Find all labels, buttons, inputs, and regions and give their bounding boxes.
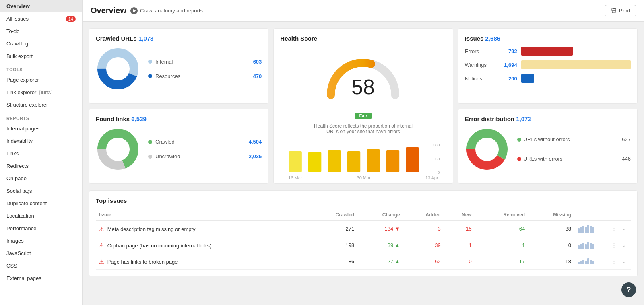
sidebar-item-bulk-export-label: Bulk export	[6, 53, 33, 59]
row-expand-button[interactable]: ⌄	[620, 258, 627, 265]
svg-text:50: 50	[435, 157, 440, 161]
sidebar-item-indexability[interactable]: Indexability	[0, 135, 82, 147]
found-links-legend: Crawled 4,504 Uncrawled 2,035	[148, 139, 262, 159]
chart-label-mar30: 30 Mar	[357, 175, 371, 180]
no-errors-dot	[517, 138, 521, 142]
crawled-urls-title: Crawled URLs 1,073	[96, 35, 262, 42]
notices-value: 200	[497, 76, 517, 82]
page-header: Overview Crawl anatomy and reports Print	[83, 0, 644, 22]
error-dist-donut-section: URLs without errors 627 URLs with errors…	[465, 127, 631, 171]
table-row: ⚠ Orphan page (has no incoming internal …	[96, 237, 631, 253]
print-label: Print	[619, 8, 630, 14]
sidebar-item-external-pages-label: External pages	[6, 275, 41, 281]
new-cell: 1	[444, 237, 475, 253]
crawled-urls-donut-section: Internal 603 Resources 470	[96, 47, 262, 91]
sidebar-item-localization[interactable]: Localization	[0, 210, 82, 222]
sidebar-item-on-page[interactable]: On page	[0, 172, 82, 185]
col-change: Change	[357, 210, 403, 221]
mini-bar	[580, 261, 582, 264]
sidebar-item-css[interactable]: CSS	[0, 260, 82, 272]
crawled-cell: 86	[310, 253, 358, 270]
col-missing: Missing	[528, 210, 574, 221]
sidebar-item-internal-pages[interactable]: Internal pages	[0, 122, 82, 135]
row-menu-button[interactable]: ⋮	[610, 241, 618, 249]
issue-cell: ⚠ Page has links to broken page	[96, 253, 310, 270]
crawled-urls-card: Crawled URLs 1,073 Internal 603	[89, 28, 268, 104]
svg-text:58: 58	[352, 75, 375, 99]
mini-bar	[592, 261, 594, 264]
error-dist-legend: URLs without errors 627 URLs with errors…	[517, 136, 631, 162]
sidebar-item-crawl-log-label: Crawl log	[6, 41, 28, 47]
print-button[interactable]: Print	[605, 5, 636, 16]
sidebar-item-indexability-label: Indexability	[6, 138, 33, 144]
sidebar-item-on-page-label: On page	[6, 175, 27, 181]
help-bubble[interactable]: ?	[621, 282, 636, 297]
svg-rect-18	[406, 147, 419, 172]
missing-cell: 18	[528, 253, 574, 270]
sidebar-item-images[interactable]: Images	[0, 235, 82, 247]
sidebar-item-link-explorer-label: Link explorer	[6, 89, 36, 95]
change-cell: 39 ▲	[357, 237, 403, 253]
sidebar-item-link-explorer[interactable]: Link explorer BETA	[0, 86, 82, 99]
col-added: Added	[403, 210, 444, 221]
error-icon: ⚠	[99, 258, 104, 265]
error-distribution-title: Error distribution 1,073	[465, 115, 631, 122]
removed-cell: 1	[475, 237, 528, 253]
removed-cell: 64	[475, 221, 528, 237]
warnings-label: Warnings	[465, 62, 493, 68]
error-distribution-card: Error distribution 1,073 URLs without er…	[458, 109, 638, 184]
resources-value: 470	[253, 73, 262, 79]
sidebar-item-page-explorer[interactable]: Page explorer	[0, 74, 82, 86]
row-menu-button[interactable]: ⋮	[610, 225, 618, 232]
internal-value: 603	[253, 59, 262, 65]
sidebar-item-links[interactable]: Links	[0, 147, 82, 160]
sidebar-item-todo[interactable]: To-do	[0, 25, 82, 37]
warnings-row: Warnings 1,694	[465, 60, 631, 69]
mini-bars-cell	[574, 221, 607, 237]
notices-bar	[521, 74, 535, 83]
row-expand-button[interactable]: ⌄	[620, 241, 627, 249]
found-links-count: 6,539	[131, 115, 147, 122]
row-expand-button[interactable]: ⌄	[620, 225, 627, 232]
sidebar-item-social-tags[interactable]: Social tags	[0, 185, 82, 197]
reports-section-label: REPORTS	[0, 111, 82, 122]
health-score-card: Health Score	[273, 28, 453, 184]
uncrawled-dot	[148, 155, 152, 159]
svg-rect-14	[328, 150, 341, 172]
issue-cell: ⚠ Orphan page (has no incoming internal …	[96, 237, 310, 253]
sidebar-item-redirects[interactable]: Redirects	[0, 160, 82, 172]
missing-cell: 88	[528, 221, 574, 237]
uncrawled-legend-item: Uncrawled 2,035	[148, 153, 262, 159]
sidebar-item-overview[interactable]: Overview	[0, 0, 82, 12]
mini-bar	[590, 226, 592, 233]
row-actions-cell[interactable]: ⋮ ⌄	[607, 237, 631, 253]
sidebar-item-bulk-export[interactable]: Bulk export	[0, 50, 82, 62]
sidebar-item-structure-explorer[interactable]: Structure explorer	[0, 99, 82, 111]
sidebar-item-overview-label: Overview	[6, 3, 30, 9]
resources-dot	[148, 74, 152, 78]
mini-bars-cell	[574, 253, 607, 270]
svg-rect-4	[613, 8, 615, 9]
row-actions-cell[interactable]: ⋮ ⌄	[607, 253, 631, 269]
table-row: ⚠ Page has links to broken page 86 27 ▲ …	[96, 253, 631, 270]
svg-rect-15	[347, 151, 360, 172]
sidebar-item-performance[interactable]: Performance	[0, 222, 82, 235]
with-errors-value: 446	[622, 156, 631, 162]
found-links-donut-section: Crawled 4,504 Uncrawled 2,035	[96, 127, 262, 171]
row-actions-cell[interactable]: ⋮ ⌄	[607, 221, 631, 236]
sidebar-item-all-issues[interactable]: All issues 14	[0, 12, 82, 25]
chart-label-mar16: 16 Mar	[288, 175, 302, 180]
notices-row: Notices 200	[465, 74, 631, 83]
resources-legend-item: Resources 470	[148, 73, 262, 79]
change-cell: 134 ▼	[357, 221, 403, 237]
top-issues-title: Top issues	[96, 197, 631, 204]
sidebar-item-javascript[interactable]: JavaScript	[0, 247, 82, 260]
with-errors-label: URLs with errors	[524, 156, 620, 162]
mini-bar	[585, 244, 587, 249]
sidebar-item-duplicate-content[interactable]: Duplicate content	[0, 197, 82, 210]
svg-rect-3	[612, 11, 615, 13]
sidebar-item-crawl-log[interactable]: Crawl log	[0, 37, 82, 50]
row-menu-button[interactable]: ⋮	[610, 258, 618, 265]
table-row: ⚠ Meta description tag missing or empty …	[96, 221, 631, 237]
sidebar-item-external-pages[interactable]: External pages	[0, 272, 82, 284]
